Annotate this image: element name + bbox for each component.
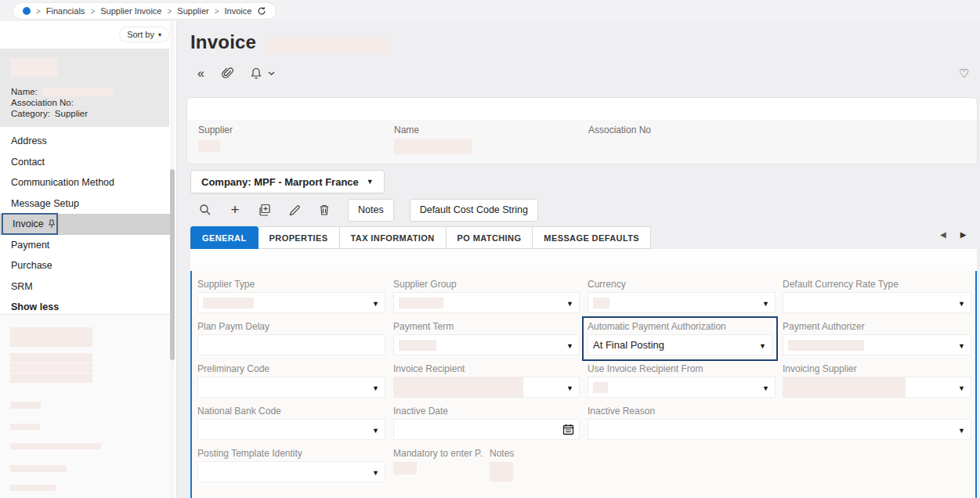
- breadcrumb-separator: >: [215, 7, 219, 16]
- breadcrumb-item-supplier[interactable]: Supplier: [177, 6, 208, 16]
- default-currency-rate-type-select[interactable]: ▼: [783, 292, 971, 313]
- chevron-down-icon: ▼: [372, 300, 379, 308]
- payment-authorizer-select[interactable]: ▼: [783, 334, 971, 355]
- calendar-icon[interactable]: [562, 424, 574, 435]
- association-label: Association No:: [11, 97, 74, 108]
- category-line: Category: Supplier: [11, 108, 158, 119]
- breadcrumb-item-financials[interactable]: Financials: [46, 6, 85, 16]
- inactive-reason-select[interactable]: ▼: [588, 419, 971, 440]
- posting-template-identity-select[interactable]: ▼: [197, 461, 385, 482]
- redacted-value: [593, 382, 608, 393]
- redacted-value: [593, 298, 609, 309]
- sidebar-scrollbar[interactable]: [170, 169, 175, 360]
- notes-button[interactable]: Notes: [348, 199, 394, 222]
- sidebar-item-communication-method[interactable]: Communication Method: [0, 172, 171, 193]
- chevron-down-icon: ▼: [958, 384, 965, 392]
- invoicing-supplier-select[interactable]: ▼: [783, 377, 971, 398]
- tab-properties[interactable]: PROPERTIES: [259, 226, 340, 249]
- field-plan-paym-delay: Plan Paym Delay: [197, 321, 385, 355]
- sort-by-button[interactable]: Sort by ▾: [120, 27, 168, 42]
- sidebar-item-address[interactable]: Address: [0, 131, 171, 152]
- chevron-down-icon[interactable]: [268, 71, 275, 76]
- redacted-block: [10, 363, 92, 373]
- field-invoicing-supplier: Invoicing Supplier ▼: [783, 363, 971, 398]
- supplier-label: Supplier: [198, 125, 233, 135]
- company-selector[interactable]: Company: MPF - Marport France ▼: [190, 170, 385, 193]
- field-payment-authorizer: Payment Authorizer ▼: [783, 321, 971, 355]
- field-mandatory-to-enter: Mandatory to enter P...: [393, 448, 483, 475]
- field-national-bank-code: National Bank Code ▼: [197, 406, 385, 440]
- tab-scroll-right-icon[interactable]: ▶: [960, 230, 967, 239]
- redacted-block: [10, 465, 67, 472]
- tab-general[interactable]: GENERAL: [190, 226, 259, 249]
- redacted-value: [399, 298, 443, 309]
- field-supplier-group: Supplier Group ▼: [393, 279, 580, 313]
- plan-paym-delay-input[interactable]: [197, 334, 385, 355]
- inactive-date-input[interactable]: [393, 419, 580, 440]
- collapse-icon[interactable]: «: [197, 67, 204, 80]
- field-automatic-payment-authorization: Automatic Payment Authorization At Final…: [588, 321, 772, 355]
- breadcrumb-separator: >: [168, 7, 172, 16]
- favorite-heart-icon[interactable]: ♡: [959, 67, 969, 81]
- breadcrumb-separator: >: [36, 7, 41, 16]
- category-label: Category:: [11, 108, 50, 119]
- sidebar-divider: [176, 21, 177, 498]
- sidebar-item-message-setup[interactable]: Message Setup: [0, 193, 171, 215]
- automatic-payment-authorization-select[interactable]: At Final Posting ▼: [588, 334, 772, 355]
- tab-bar: GENERAL PROPERTIES TAX INFORMATION PO MA…: [190, 226, 651, 249]
- sidebar-item-payment[interactable]: Payment: [0, 235, 171, 256]
- currency-select[interactable]: ▼: [588, 292, 776, 313]
- chevron-down-icon: ▼: [958, 342, 965, 350]
- default-cost-code-string-button[interactable]: Default Cost Code String: [410, 199, 538, 222]
- edit-pencil-icon[interactable]: [287, 202, 302, 218]
- preliminary-code-select[interactable]: ▼: [197, 377, 385, 398]
- chevron-down-icon: ▼: [566, 300, 573, 308]
- breadcrumb-item-invoice[interactable]: Invoice: [225, 6, 252, 16]
- chevron-down-icon: ▼: [762, 300, 769, 308]
- redacted-value: [399, 340, 436, 351]
- payment-term-select[interactable]: ▼: [393, 334, 580, 355]
- delete-trash-icon[interactable]: [316, 202, 332, 218]
- field-preliminary-code: Preliminary Code ▼: [197, 363, 385, 398]
- supplier-invoice-page: > Financials > Supplier Invoice > Suppli…: [0, 0, 980, 498]
- tab-po-matching[interactable]: PO MATCHING: [447, 226, 533, 249]
- redacted-block: [10, 443, 101, 449]
- notifications-bell-icon[interactable]: [251, 67, 262, 80]
- supplier-type-select[interactable]: ▼: [197, 292, 385, 313]
- sidebar-item-invoice[interactable]: Invoice: [0, 214, 171, 235]
- tab-tax-information[interactable]: TAX INFORMATION: [340, 226, 447, 249]
- sidebar-item-srm[interactable]: SRM: [0, 276, 171, 298]
- mandatory-to-enter-checkbox[interactable]: [393, 462, 417, 475]
- breadcrumb: > Financials > Supplier Invoice > Suppli…: [13, 3, 276, 19]
- name-value-redacted: [42, 88, 113, 96]
- duplicate-icon[interactable]: [257, 202, 273, 218]
- invoice-recipient-select[interactable]: ▼: [393, 377, 580, 398]
- field-inactive-reason: Inactive Reason ▼: [588, 406, 971, 440]
- refresh-icon[interactable]: [257, 6, 266, 16]
- home-icon[interactable]: [23, 7, 31, 15]
- sidebar: Sort by ▾ Name: Association No: Category…: [0, 21, 176, 498]
- national-bank-code-select[interactable]: ▼: [197, 419, 385, 440]
- redacted-block: [10, 374, 92, 383]
- record-toolbar: + Notes Default Cost Code String: [197, 198, 538, 222]
- add-record-icon[interactable]: +: [227, 202, 243, 218]
- supplier-value-redacted: [198, 140, 220, 152]
- association-no-label: Association No: [588, 125, 651, 135]
- sidebar-item-contact[interactable]: Contact: [0, 152, 171, 173]
- use-invoice-recipient-from-select[interactable]: ▼: [588, 377, 776, 398]
- search-icon[interactable]: [197, 202, 213, 218]
- tab-message-defaults[interactable]: MESSAGE DEFAULTS: [533, 226, 651, 249]
- tab-scroll-left-icon[interactable]: ◀: [940, 230, 946, 239]
- supplier-id-redacted: [11, 58, 58, 77]
- chevron-down-icon: ▼: [759, 342, 766, 350]
- notes-checkbox[interactable]: [490, 462, 513, 482]
- supplier-group-select[interactable]: ▼: [393, 292, 580, 313]
- name-value-redacted: [394, 139, 472, 154]
- automatic-payment-authorization-value: At Final Posting: [593, 339, 664, 351]
- breadcrumb-item-supplier-invoice[interactable]: Supplier Invoice: [100, 6, 161, 16]
- field-currency: Currency ▼: [588, 279, 776, 313]
- sidebar-lower-section: [0, 314, 171, 498]
- attachment-icon[interactable]: [222, 67, 233, 80]
- chevron-down-icon: ▼: [566, 342, 573, 350]
- sidebar-item-purchase[interactable]: Purchase: [0, 255, 171, 276]
